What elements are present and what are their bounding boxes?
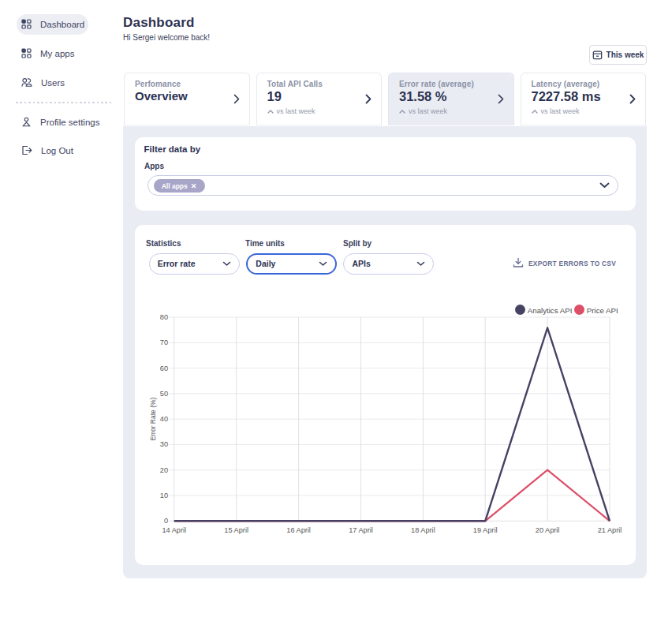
svg-text:60: 60 xyxy=(159,365,167,372)
svg-text:20 April: 20 April xyxy=(535,526,559,534)
svg-text:19 April: 19 April xyxy=(472,526,497,534)
svg-text:70: 70 xyxy=(159,338,167,346)
svg-text:0: 0 xyxy=(163,517,167,525)
svg-text:80: 80 xyxy=(159,313,167,321)
svg-text:18 April: 18 April xyxy=(411,526,435,534)
svg-text:16 April: 16 April xyxy=(286,526,311,534)
svg-text:17 April: 17 April xyxy=(349,526,373,534)
svg-text:Error Rate (%): Error Rate (%) xyxy=(148,397,156,440)
svg-text:21 April: 21 April xyxy=(597,526,622,534)
svg-text:15 April: 15 April xyxy=(224,526,248,534)
svg-text:14 April: 14 April xyxy=(162,526,186,534)
svg-text:20: 20 xyxy=(159,466,167,474)
svg-text:10: 10 xyxy=(159,492,167,499)
svg-text:30: 30 xyxy=(159,440,167,448)
svg-text:40: 40 xyxy=(159,415,167,423)
svg-text:50: 50 xyxy=(159,390,167,398)
